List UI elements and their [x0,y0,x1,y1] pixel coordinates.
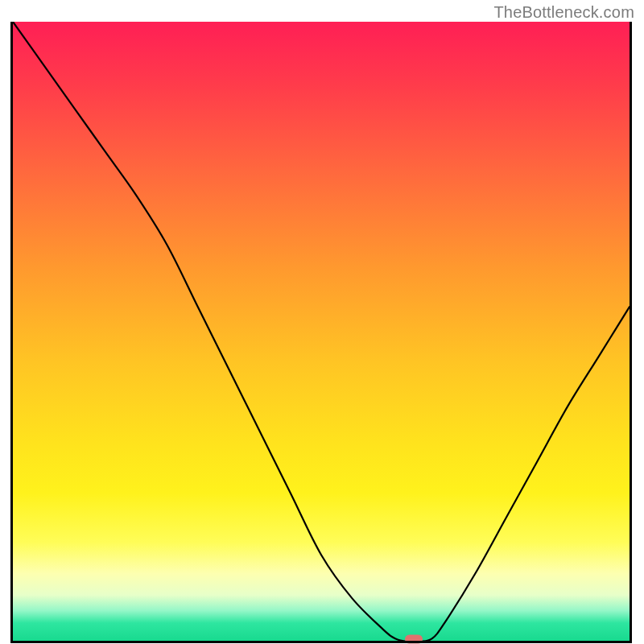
chart-frame: TheBottleneck.com [0,0,644,644]
attribution-text: TheBottleneck.com [493,3,634,22]
plot-border [10,22,632,643]
